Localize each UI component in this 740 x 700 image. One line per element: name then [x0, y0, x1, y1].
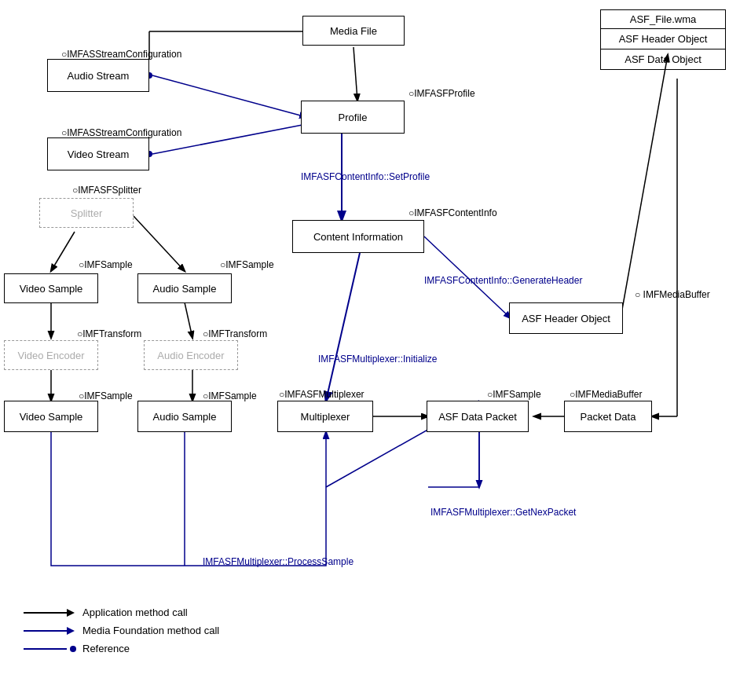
media-file-label: Media File: [330, 25, 377, 37]
legend-mf-method: Media Foundation method call: [24, 625, 219, 636]
media-file-box: Media File: [302, 16, 405, 46]
legend-reference: Reference: [24, 643, 219, 654]
asf-data-obj-row: ASF Data Object: [601, 49, 725, 69]
video-encoder-label: Video Encoder: [17, 350, 84, 361]
asf-file-group: ASF_File.wma ASF Header Object ASF Data …: [600, 9, 726, 70]
legend-mf-method-label: Media Foundation method call: [82, 625, 219, 636]
audio-stream-box: Audio Stream: [47, 59, 149, 92]
imf-sample3-label: ○IMFSample: [79, 390, 133, 401]
video-sample2-box: Video Sample: [4, 401, 98, 432]
svg-line-15: [134, 216, 185, 271]
profile-label: Profile: [339, 112, 368, 123]
packet-data-label: Packet Data: [581, 411, 636, 423]
packet-data-box: Packet Data: [564, 401, 652, 432]
imfasf-content-info-label: ○IMFASFContentInfo: [408, 207, 497, 218]
imf-sample2-label: ○IMFSample: [220, 259, 274, 270]
asf-data-packet-box: ASF Data Packet: [427, 401, 529, 432]
video-sample2-label: Video Sample: [20, 411, 83, 423]
splitter-box: Splitter: [39, 198, 134, 228]
legend: Application method call Media Foundation…: [24, 607, 219, 661]
imf-sample5-label: ○IMFSample: [487, 389, 541, 400]
audio-sample1-label: Audio Sample: [153, 283, 217, 295]
imf-media-buffer1-label: ○ IMFMediaBuffer: [635, 289, 710, 300]
audio-sample2-label: Audio Sample: [153, 411, 217, 423]
profile-box: Profile: [301, 101, 405, 134]
asf-data-packet-label: ASF Data Packet: [438, 411, 517, 423]
svg-line-14: [51, 232, 75, 271]
imf-media-buffer2-label: ○IMFMediaBuffer: [570, 389, 642, 400]
imfas-stream-config1-label: ○IMFASStreamConfiguration: [61, 49, 181, 60]
imf-sample4-label: ○IMFSample: [203, 390, 257, 401]
imfasf-get-next-packet-label: IMFASFMultiplexer::GetNexPacket: [430, 507, 576, 518]
imf-transform2-label: ○IMFTransform: [203, 328, 267, 339]
imfasf-multiplexer-init-label: IMFASFMultiplexer::Initialize: [318, 354, 437, 365]
video-sample1-box: Video Sample: [4, 273, 98, 303]
video-sample1-label: Video Sample: [20, 283, 83, 295]
imf-sample1-label: ○IMFSample: [79, 259, 133, 270]
svg-line-21: [621, 55, 668, 318]
multiplexer-label: Multiplexer: [301, 411, 350, 423]
splitter-label: Splitter: [71, 207, 102, 219]
audio-sample1-box: Audio Sample: [137, 273, 232, 303]
multiplexer-box: Multiplexer: [277, 401, 373, 432]
imfasf-multiplexer-label: ○IMFASFMultiplexer: [279, 389, 365, 400]
svg-line-1: [354, 47, 357, 101]
diagram-container: ASF_File.wma ASF Header Object ASF Data …: [0, 0, 740, 700]
audio-stream-label: Audio Stream: [68, 70, 130, 82]
asf-header-obj-label: ASF Header Object: [522, 313, 610, 324]
legend-reference-label: Reference: [82, 643, 130, 654]
legend-app-method: Application method call: [24, 607, 219, 618]
imfasf-set-profile-label: IMFASFContentInfo::SetProfile: [301, 171, 430, 182]
audio-encoder-label: Audio Encoder: [157, 350, 224, 361]
audio-encoder-box: Audio Encoder: [144, 340, 238, 370]
imfas-stream-config2-label: ○IMFASStreamConfiguration: [61, 127, 181, 138]
asf-header-obj-box: ASF Header Object: [509, 302, 623, 334]
svg-line-11: [185, 302, 192, 338]
asf-file-title: ASF_File.wma: [601, 10, 725, 29]
imfasf-profile-label: ○IMFASFProfile: [408, 88, 475, 99]
content-info-box: Content Information: [292, 220, 424, 253]
video-stream-box: Video Stream: [47, 137, 149, 170]
imfasf-splitter-label: ○IMFASFSplitter: [72, 185, 141, 196]
imfasf-process-sample-label: IMFASFMultiplexer::ProcessSample: [203, 556, 354, 567]
video-encoder-box: Video Encoder: [4, 340, 98, 370]
imfasf-gen-header-label: IMFASFContentInfo::GenerateHeader: [424, 275, 582, 286]
audio-sample2-box: Audio Sample: [137, 401, 232, 432]
svg-line-9: [326, 253, 360, 401]
content-info-label: Content Information: [313, 231, 403, 243]
svg-line-4: [152, 75, 306, 117]
asf-header-obj-row: ASF Header Object: [601, 29, 725, 49]
legend-app-method-label: Application method call: [82, 607, 188, 618]
video-stream-label: Video Stream: [68, 148, 130, 160]
imf-transform1-label: ○IMFTransform: [77, 328, 141, 339]
